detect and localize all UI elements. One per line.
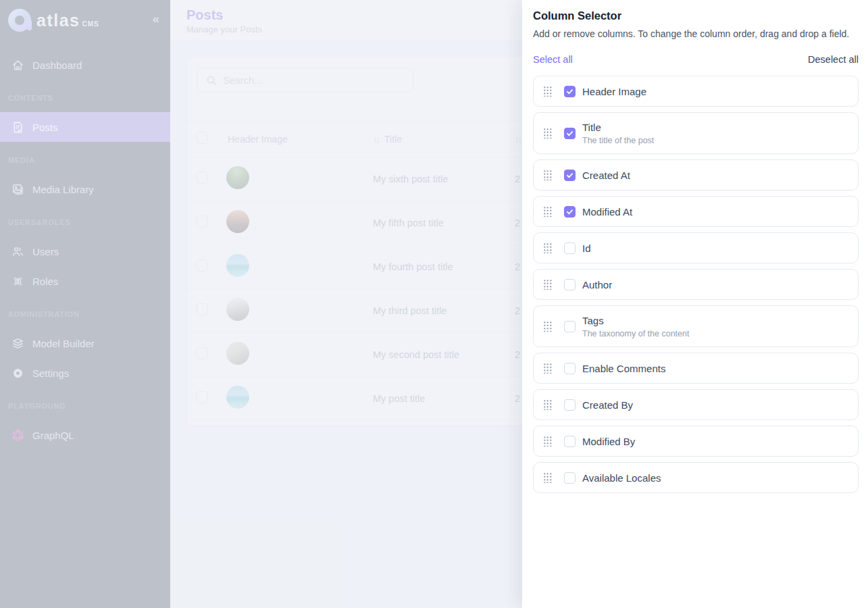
- field-row-id[interactable]: Id: [533, 232, 859, 263]
- drag-handle-icon[interactable]: [543, 321, 552, 332]
- field-label: Tags: [582, 314, 689, 327]
- field-text: Header Image: [582, 85, 646, 98]
- drag-handle-icon[interactable]: [543, 128, 552, 138]
- field-row-title[interactable]: TitleThe title of the post: [533, 112, 859, 154]
- field-checkbox[interactable]: [564, 399, 576, 411]
- drag-handle-icon[interactable]: [543, 86, 552, 97]
- drag-handle-icon[interactable]: [543, 399, 552, 410]
- field-checkbox[interactable]: [564, 363, 576, 374]
- field-label: Modified By: [582, 435, 635, 448]
- drawer-subtitle: Add or remove columns. To change the col…: [533, 28, 859, 39]
- field-checkbox[interactable]: [564, 86, 576, 97]
- field-description: The taxonomy of the content: [582, 329, 689, 338]
- field-checkbox[interactable]: [564, 321, 576, 332]
- field-label: Header Image: [582, 85, 646, 98]
- drag-handle-icon[interactable]: [543, 170, 552, 180]
- field-label: Title: [582, 121, 654, 134]
- field-row-header-image[interactable]: Header Image: [533, 76, 859, 107]
- field-checkbox[interactable]: [564, 206, 576, 218]
- column-selector-drawer: Column Selector Add or remove columns. T…: [522, 0, 868, 608]
- field-text: Created At: [582, 169, 630, 182]
- drag-handle-icon[interactable]: [543, 243, 552, 253]
- drag-handle-icon[interactable]: [543, 206, 552, 217]
- field-row-author[interactable]: Author: [533, 269, 859, 300]
- field-row-created-at[interactable]: Created At: [533, 159, 859, 191]
- deselect-all-link[interactable]: Deselect all: [808, 54, 859, 65]
- field-text: Author: [582, 278, 612, 291]
- drag-handle-icon[interactable]: [543, 279, 552, 290]
- field-checkbox[interactable]: [564, 170, 576, 181]
- field-text: Enable Comments: [582, 362, 665, 375]
- field-row-tags[interactable]: TagsThe taxonomy of the content: [533, 305, 859, 347]
- field-label: Modified At: [582, 205, 632, 218]
- field-text: Modified At: [582, 205, 632, 218]
- field-label: Available Locales: [582, 472, 661, 484]
- field-list: Header ImageTitleThe title of the postCr…: [533, 76, 859, 493]
- field-text: Available Locales: [582, 472, 661, 484]
- field-description: The title of the post: [582, 136, 654, 145]
- field-text: Id: [582, 242, 591, 255]
- field-row-created-by[interactable]: Created By: [533, 389, 859, 420]
- field-checkbox[interactable]: [564, 279, 576, 290]
- field-text: TitleThe title of the post: [582, 121, 654, 145]
- field-checkbox[interactable]: [564, 472, 576, 484]
- drawer-title: Column Selector: [533, 9, 859, 22]
- field-label: Created By: [582, 399, 633, 411]
- field-text: Modified By: [582, 435, 635, 448]
- select-all-link[interactable]: Select all: [533, 54, 573, 65]
- field-checkbox[interactable]: [564, 243, 576, 254]
- drag-handle-icon[interactable]: [543, 436, 552, 447]
- field-row-available-locales[interactable]: Available Locales: [533, 462, 859, 493]
- field-label: Enable Comments: [582, 362, 665, 375]
- field-row-enable-comments[interactable]: Enable Comments: [533, 353, 859, 384]
- drag-handle-icon[interactable]: [543, 363, 552, 374]
- field-row-modified-at[interactable]: Modified At: [533, 196, 859, 227]
- field-label: Created At: [582, 169, 630, 182]
- field-label: Author: [582, 278, 612, 291]
- drawer-links-row: Select all Deselect all: [533, 54, 859, 65]
- drag-handle-icon[interactable]: [543, 472, 552, 483]
- field-label: Id: [582, 242, 591, 255]
- field-row-modified-by[interactable]: Modified By: [533, 426, 859, 457]
- field-text: TagsThe taxonomy of the content: [582, 314, 689, 338]
- field-checkbox[interactable]: [564, 128, 576, 139]
- field-checkbox[interactable]: [564, 436, 576, 447]
- field-text: Created By: [582, 399, 633, 411]
- app-root: atlas CMS « DashboardCONTENTSPostsMEDIAM…: [0, 0, 868, 608]
